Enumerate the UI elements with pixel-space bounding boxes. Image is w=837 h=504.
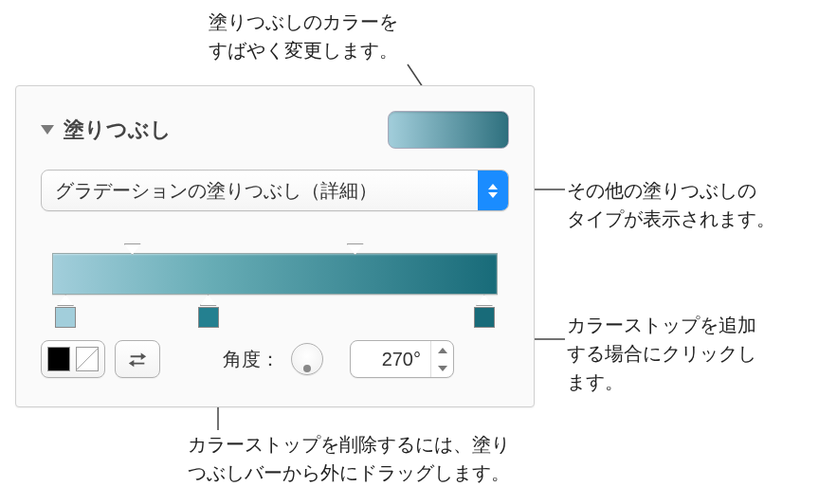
gradient-editor[interactable] <box>41 242 509 327</box>
callout-remove-stop: カラーストップを削除するには、塗り つぶしバーから外にドラッグします。 <box>188 430 510 487</box>
gradient-bottom-row: 角度： 270° <box>41 340 509 378</box>
angle-value: 270° <box>351 341 430 377</box>
preset-bw-swatches[interactable] <box>41 340 105 378</box>
angle-dial[interactable] <box>291 343 323 375</box>
preset-white-swatch[interactable] <box>76 347 99 371</box>
callout-color-well: 塗りつぶしのカラーを すばやく変更します。 <box>180 8 427 64</box>
callout-add-stop: カラーストップを追加 する場合にクリックし ます。 <box>567 311 756 396</box>
angle-stepper <box>430 341 453 377</box>
stop-pointer-icon <box>200 295 217 306</box>
angle-step-down[interactable] <box>431 359 453 377</box>
angle-label: 角度： <box>223 347 280 372</box>
popup-arrows-icon <box>478 171 508 210</box>
gradient-color-stop[interactable] <box>474 295 495 328</box>
callout-fill-type: その他の塗りつぶしの タイプが表示されます。 <box>567 176 775 233</box>
fill-type-label: グラデーションの塗りつぶし（詳細） <box>42 178 478 204</box>
angle-step-up[interactable] <box>431 341 453 359</box>
fill-panel: 塗りつぶし グラデーションの塗りつぶし（詳細） 角度： 270° <box>15 85 535 407</box>
gradient-color-stop[interactable] <box>55 295 76 328</box>
stop-pointer-icon <box>57 295 74 306</box>
disclosure-triangle-icon <box>41 125 54 135</box>
gradient-bar[interactable] <box>52 253 498 295</box>
stop-swatch[interactable] <box>198 307 219 328</box>
gradient-color-stop[interactable] <box>198 295 219 328</box>
stop-pointer-icon <box>476 295 493 306</box>
fill-type-popup[interactable]: グラデーションの塗りつぶし（詳細） <box>41 170 509 211</box>
swap-icon <box>127 349 148 369</box>
fill-color-well[interactable] <box>388 111 509 149</box>
preset-black-swatch[interactable] <box>47 347 70 371</box>
stop-swatch[interactable] <box>474 307 495 328</box>
fill-section-title[interactable]: 塗りつぶし <box>41 116 172 144</box>
angle-field[interactable]: 270° <box>350 340 454 378</box>
stop-swatch[interactable] <box>55 307 76 328</box>
flip-gradient-button[interactable] <box>115 340 160 378</box>
section-title-label: 塗りつぶし <box>64 116 172 144</box>
section-header: 塗りつぶし <box>41 103 509 149</box>
